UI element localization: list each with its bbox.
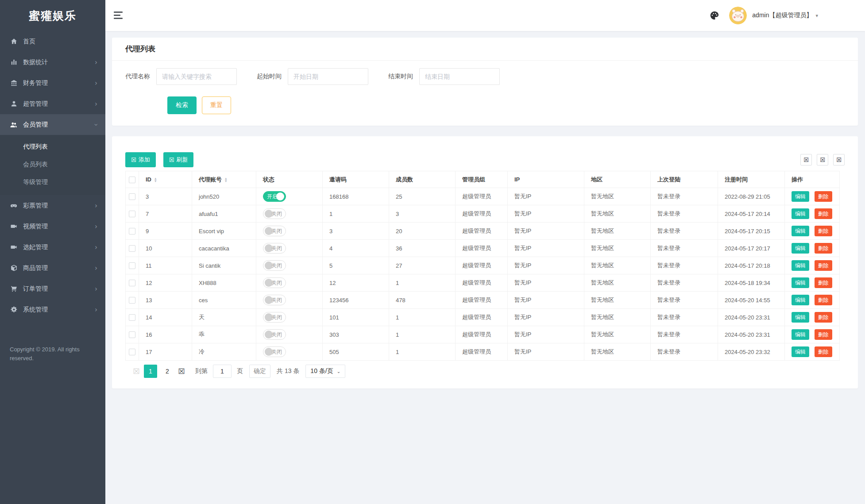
page-unit-label: 页	[237, 367, 243, 375]
delete-button[interactable]: 删除	[815, 329, 832, 340]
edit-button[interactable]: 编辑	[792, 226, 809, 236]
pagination: ☒ 1 2 ☒ 到第 页 确定 共 13 条 10 条/页 ⌄	[131, 364, 845, 378]
sidebar-item-lottery[interactable]: 彩票管理 ›	[0, 195, 105, 216]
end-date-input[interactable]	[419, 68, 500, 85]
status-toggle[interactable]: 关闭	[263, 312, 286, 323]
cell-invite-code: 3	[323, 223, 389, 240]
sidebar-item-goods[interactable]: 商品管理 ›	[0, 258, 105, 278]
agent-name-input[interactable]	[156, 68, 237, 85]
cell-ip: 暂无IP	[508, 223, 584, 240]
status-toggle[interactable]: 关闭	[263, 208, 286, 219]
edit-button[interactable]: 编辑	[792, 346, 809, 357]
edit-button[interactable]: 编辑	[792, 191, 809, 202]
sidebar-item-members[interactable]: 会员管理 ›	[0, 114, 105, 135]
row-checkbox[interactable]	[129, 314, 135, 321]
column-header-actions: 操作	[785, 171, 840, 188]
delete-button[interactable]: 删除	[815, 208, 832, 219]
sort-icon[interactable]: ▴▾	[154, 177, 157, 182]
column-header-members: 成员数	[389, 171, 456, 188]
theme-palette-icon[interactable]	[710, 11, 719, 20]
search-button[interactable]: 检索	[167, 96, 197, 114]
prev-page-icon[interactable]: ☒	[131, 367, 142, 376]
user-icon	[10, 100, 18, 108]
edit-button[interactable]: 编辑	[792, 260, 809, 271]
delete-button[interactable]: 删除	[815, 260, 832, 271]
refresh-button[interactable]: ☒ 刷新	[163, 152, 194, 167]
sidebar-item-video[interactable]: 视频管理 ›	[0, 216, 105, 237]
row-checkbox[interactable]	[129, 297, 135, 304]
row-checkbox[interactable]	[129, 245, 135, 252]
edit-button[interactable]: 编辑	[792, 277, 809, 288]
row-checkbox[interactable]	[129, 193, 135, 200]
status-toggle[interactable]: 关闭	[263, 295, 286, 305]
sidebar-item-finance[interactable]: 财务管理 ›	[0, 73, 105, 93]
sidebar-item-superadmin[interactable]: 超管管理 ›	[0, 93, 105, 114]
sidebar-item-system[interactable]: 系统管理 ›	[0, 299, 105, 320]
add-button-label: 添加	[139, 156, 150, 164]
reset-button[interactable]: 重置	[202, 96, 231, 114]
row-checkbox[interactable]	[129, 211, 135, 217]
row-checkbox[interactable]	[129, 331, 135, 338]
table-print-icon-button[interactable]: ☒	[833, 154, 845, 165]
delete-button[interactable]: 删除	[815, 226, 832, 236]
select-all-checkbox[interactable]	[129, 177, 135, 183]
per-page-select[interactable]: 10 条/页 ⌄	[305, 365, 345, 378]
status-toggle[interactable]: 关闭	[263, 226, 286, 236]
chevron-right-icon: ›	[95, 223, 97, 231]
table-export-icon-button[interactable]: ☒	[817, 154, 828, 165]
edit-button[interactable]: 编辑	[792, 312, 809, 323]
edit-button[interactable]: 编辑	[792, 295, 809, 305]
sort-icon[interactable]: ▴▾	[225, 177, 227, 182]
topbar-right: admin【超级管理员】 ▾	[710, 0, 818, 31]
edit-button[interactable]: 编辑	[792, 208, 809, 219]
cell-id: 17	[139, 343, 192, 361]
user-dropdown[interactable]: admin【超级管理员】 ▾	[752, 12, 818, 19]
status-toggle[interactable]: 关闭	[263, 329, 286, 340]
status-toggle[interactable]: 关闭	[263, 277, 286, 288]
page-number-1[interactable]: 1	[144, 365, 157, 378]
username-label: admin【超级管理员】	[752, 12, 812, 19]
delete-button[interactable]: 删除	[815, 243, 832, 254]
row-checkbox[interactable]	[129, 228, 135, 235]
sidebar-item-home[interactable]: 首页	[0, 31, 105, 52]
submenu-item-agent-list[interactable]: 代理列表	[0, 138, 105, 155]
per-page-value: 10 条/页	[310, 367, 333, 375]
status-toggle[interactable]: 开启	[263, 191, 286, 202]
status-toggle[interactable]: 关闭	[263, 346, 286, 357]
delete-button[interactable]: 删除	[815, 346, 832, 357]
toggle-label: 关闭	[271, 261, 282, 270]
goto-page-input[interactable]	[213, 365, 232, 378]
app-logo: 蜜獾娱乐	[0, 0, 105, 31]
sidebar-item-statistics[interactable]: 数据统计 ›	[0, 52, 105, 73]
hamburger-menu-icon[interactable]	[114, 12, 124, 19]
sidebar-item-xuanfei[interactable]: 选妃管理 ›	[0, 237, 105, 258]
video-camera-icon	[10, 243, 18, 251]
add-button[interactable]: ☒ 添加	[125, 152, 156, 167]
cell-admin-group: 超级管理员	[456, 223, 508, 240]
table-filter-icon-button[interactable]: ☒	[800, 154, 812, 165]
edit-button[interactable]: 编辑	[792, 329, 809, 340]
row-checkbox[interactable]	[129, 262, 135, 269]
table-row: 11 Si cantik 关闭 5 27 超级管理员 暂无IP 暂无地区	[126, 257, 840, 274]
delete-button[interactable]: 删除	[815, 191, 832, 202]
edit-button[interactable]: 编辑	[792, 243, 809, 254]
column-header-lastlogin: 上次登陆	[651, 171, 718, 188]
status-toggle[interactable]: 关闭	[263, 260, 286, 271]
row-checkbox[interactable]	[129, 349, 135, 355]
broken-glyph-icon: ☒	[803, 157, 809, 163]
next-page-icon[interactable]: ☒	[176, 367, 187, 376]
status-toggle[interactable]: 关闭	[263, 243, 286, 254]
sidebar-item-orders[interactable]: 订单管理 ›	[0, 278, 105, 299]
cell-invite-code: 5	[323, 257, 389, 274]
cell-admin-group: 超级管理员	[456, 257, 508, 274]
delete-button[interactable]: 删除	[815, 277, 832, 288]
submenu-item-member-list[interactable]: 会员列表	[0, 155, 105, 173]
submenu-item-level-manage[interactable]: 等级管理	[0, 173, 105, 191]
user-avatar[interactable]	[729, 7, 747, 24]
delete-button[interactable]: 删除	[815, 295, 832, 305]
goto-confirm-button[interactable]: 确定	[249, 365, 270, 378]
page-number-2[interactable]: 2	[161, 365, 174, 378]
row-checkbox[interactable]	[129, 280, 135, 286]
start-date-input[interactable]	[288, 68, 368, 85]
delete-button[interactable]: 删除	[815, 312, 832, 323]
